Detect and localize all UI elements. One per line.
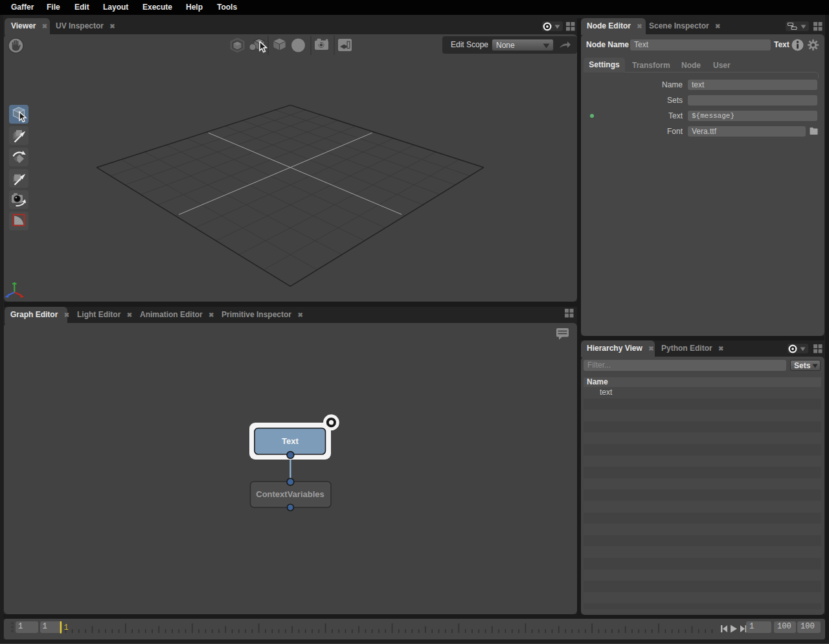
svg-text:1: 1 <box>64 623 69 632</box>
svg-text:ContextVariables: ContextVariables <box>256 489 324 499</box>
svg-text:Text: Text <box>282 436 299 446</box>
